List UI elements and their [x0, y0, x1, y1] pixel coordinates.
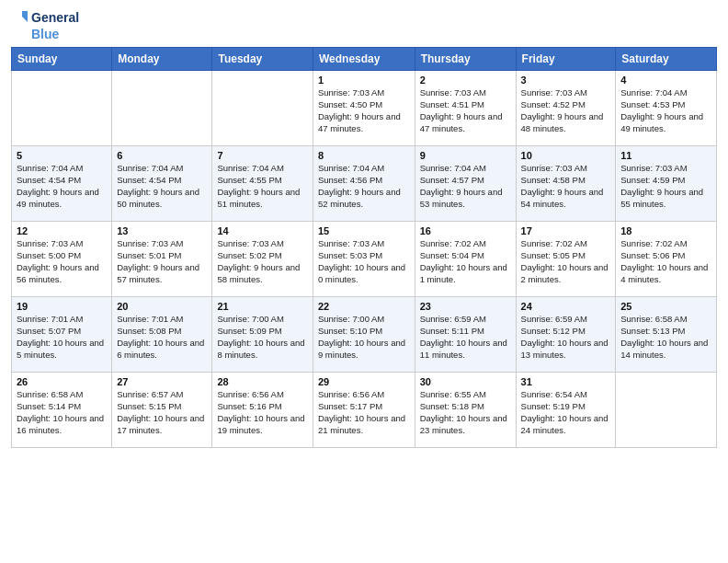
calendar-cell: 5Sunrise: 7:04 AM Sunset: 4:54 PM Daylig… — [12, 146, 112, 222]
day-number: 18 — [620, 225, 711, 236]
calendar-cell: 1Sunrise: 7:03 AM Sunset: 4:50 PM Daylig… — [313, 71, 415, 146]
day-number: 22 — [318, 301, 410, 312]
day-info: Sunrise: 7:03 AM Sunset: 4:51 PM Dayligh… — [420, 87, 511, 134]
calendar-cell: 4Sunrise: 7:04 AM Sunset: 4:53 PM Daylig… — [616, 71, 717, 146]
calendar-cell: 6Sunrise: 7:04 AM Sunset: 4:54 PM Daylig… — [112, 146, 212, 222]
day-info: Sunrise: 7:03 AM Sunset: 5:01 PM Dayligh… — [117, 238, 207, 285]
logo-general: General — [31, 11, 79, 25]
day-number: 5 — [17, 150, 107, 161]
logo-blue: Blue — [31, 28, 59, 41]
calendar-cell: 19Sunrise: 7:01 AM Sunset: 5:07 PM Dayli… — [12, 297, 112, 373]
calendar-cell: 7Sunrise: 7:04 AM Sunset: 4:55 PM Daylig… — [212, 146, 313, 222]
calendar-cell — [212, 71, 313, 146]
calendar-week-row: 5Sunrise: 7:04 AM Sunset: 4:54 PM Daylig… — [12, 146, 717, 222]
calendar-cell: 13Sunrise: 7:03 AM Sunset: 5:01 PM Dayli… — [112, 222, 212, 297]
day-info: Sunrise: 7:02 AM Sunset: 5:04 PM Dayligh… — [420, 238, 511, 285]
day-number: 27 — [117, 376, 207, 387]
day-info: Sunrise: 7:01 AM Sunset: 5:08 PM Dayligh… — [117, 314, 207, 361]
day-number: 31 — [521, 376, 611, 387]
day-number: 16 — [420, 225, 511, 236]
calendar-header-friday: Friday — [516, 48, 616, 71]
calendar-header-thursday: Thursday — [415, 48, 516, 71]
day-info: Sunrise: 6:59 AM Sunset: 5:11 PM Dayligh… — [420, 314, 511, 361]
day-number: 14 — [217, 225, 307, 236]
calendar-cell: 15Sunrise: 7:03 AM Sunset: 5:03 PM Dayli… — [313, 222, 415, 297]
calendar-header-sunday: Sunday — [12, 48, 112, 71]
day-number: 21 — [217, 301, 307, 312]
logo-text-block: General Blue — [11, 9, 79, 41]
day-number: 17 — [521, 225, 611, 236]
day-number: 20 — [117, 301, 207, 312]
day-info: Sunrise: 6:56 AM Sunset: 5:17 PM Dayligh… — [318, 389, 410, 436]
day-number: 1 — [318, 75, 410, 86]
calendar-cell: 26Sunrise: 6:58 AM Sunset: 5:14 PM Dayli… — [12, 373, 112, 448]
day-info: Sunrise: 7:03 AM Sunset: 4:50 PM Dayligh… — [318, 87, 410, 134]
calendar-cell: 29Sunrise: 6:56 AM Sunset: 5:17 PM Dayli… — [313, 373, 415, 448]
calendar-cell: 8Sunrise: 7:04 AM Sunset: 4:56 PM Daylig… — [313, 146, 415, 222]
day-number: 9 — [420, 150, 511, 161]
day-number: 15 — [318, 225, 410, 236]
calendar-cell: 9Sunrise: 7:04 AM Sunset: 4:57 PM Daylig… — [415, 146, 516, 222]
calendar-cell: 12Sunrise: 7:03 AM Sunset: 5:00 PM Dayli… — [12, 222, 112, 297]
day-info: Sunrise: 6:57 AM Sunset: 5:15 PM Dayligh… — [117, 389, 207, 436]
day-info: Sunrise: 7:04 AM Sunset: 4:57 PM Dayligh… — [420, 163, 511, 210]
day-info: Sunrise: 7:04 AM Sunset: 4:55 PM Dayligh… — [217, 163, 307, 210]
calendar-header-monday: Monday — [112, 48, 212, 71]
calendar-cell: 3Sunrise: 7:03 AM Sunset: 4:52 PM Daylig… — [516, 71, 616, 146]
calendar-cell: 27Sunrise: 6:57 AM Sunset: 5:15 PM Dayli… — [112, 373, 212, 448]
day-info: Sunrise: 7:03 AM Sunset: 5:03 PM Dayligh… — [318, 238, 410, 285]
day-info: Sunrise: 7:01 AM Sunset: 5:07 PM Dayligh… — [17, 314, 107, 361]
day-number: 6 — [117, 150, 207, 161]
calendar-cell: 31Sunrise: 6:54 AM Sunset: 5:19 PM Dayli… — [516, 373, 616, 448]
day-number: 24 — [521, 301, 611, 312]
logo: General Blue — [11, 9, 79, 41]
day-number: 11 — [620, 150, 711, 161]
calendar-cell: 22Sunrise: 7:00 AM Sunset: 5:10 PM Dayli… — [313, 297, 415, 373]
calendar-cell — [112, 71, 212, 146]
calendar-week-row: 19Sunrise: 7:01 AM Sunset: 5:07 PM Dayli… — [12, 297, 717, 373]
day-number: 25 — [620, 301, 711, 312]
logo-svg — [11, 9, 29, 28]
calendar-cell: 21Sunrise: 7:00 AM Sunset: 5:09 PM Dayli… — [212, 297, 313, 373]
calendar-header-row: SundayMondayTuesdayWednesdayThursdayFrid… — [12, 48, 717, 71]
day-number: 29 — [318, 376, 410, 387]
calendar-table: SundayMondayTuesdayWednesdayThursdayFrid… — [11, 47, 717, 448]
day-info: Sunrise: 6:56 AM Sunset: 5:16 PM Dayligh… — [217, 389, 307, 436]
day-info: Sunrise: 6:58 AM Sunset: 5:14 PM Dayligh… — [17, 389, 107, 436]
calendar-cell: 10Sunrise: 7:03 AM Sunset: 4:58 PM Dayli… — [516, 146, 616, 222]
day-info: Sunrise: 7:03 AM Sunset: 5:02 PM Dayligh… — [217, 238, 307, 285]
day-info: Sunrise: 7:04 AM Sunset: 4:54 PM Dayligh… — [17, 163, 107, 210]
day-info: Sunrise: 7:02 AM Sunset: 5:05 PM Dayligh… — [521, 238, 611, 285]
day-number: 19 — [17, 301, 107, 312]
calendar-cell — [616, 373, 717, 448]
calendar-header-tuesday: Tuesday — [212, 48, 313, 71]
calendar-cell: 24Sunrise: 6:59 AM Sunset: 5:12 PM Dayli… — [516, 297, 616, 373]
day-info: Sunrise: 6:58 AM Sunset: 5:13 PM Dayligh… — [620, 314, 711, 361]
day-number: 13 — [117, 225, 207, 236]
day-info: Sunrise: 6:59 AM Sunset: 5:12 PM Dayligh… — [521, 314, 611, 361]
calendar-cell: 17Sunrise: 7:02 AM Sunset: 5:05 PM Dayli… — [516, 222, 616, 297]
day-info: Sunrise: 6:55 AM Sunset: 5:18 PM Dayligh… — [420, 389, 511, 436]
day-info: Sunrise: 7:04 AM Sunset: 4:53 PM Dayligh… — [620, 87, 711, 134]
calendar-header-saturday: Saturday — [616, 48, 717, 71]
calendar-cell: 18Sunrise: 7:02 AM Sunset: 5:06 PM Dayli… — [616, 222, 717, 297]
svg-marker-0 — [22, 11, 28, 22]
calendar-cell: 23Sunrise: 6:59 AM Sunset: 5:11 PM Dayli… — [415, 297, 516, 373]
day-number: 28 — [217, 376, 307, 387]
day-info: Sunrise: 7:00 AM Sunset: 5:09 PM Dayligh… — [217, 314, 307, 361]
day-info: Sunrise: 7:03 AM Sunset: 5:00 PM Dayligh… — [17, 238, 107, 285]
day-number: 10 — [521, 150, 611, 161]
day-number: 23 — [420, 301, 511, 312]
calendar-cell: 28Sunrise: 6:56 AM Sunset: 5:16 PM Dayli… — [212, 373, 313, 448]
calendar-week-row: 1Sunrise: 7:03 AM Sunset: 4:50 PM Daylig… — [12, 71, 717, 146]
day-info: Sunrise: 7:04 AM Sunset: 4:56 PM Dayligh… — [318, 163, 410, 210]
day-number: 7 — [217, 150, 307, 161]
day-number: 4 — [620, 75, 711, 86]
day-info: Sunrise: 7:00 AM Sunset: 5:10 PM Dayligh… — [318, 314, 410, 361]
day-number: 12 — [17, 225, 107, 236]
calendar-cell: 20Sunrise: 7:01 AM Sunset: 5:08 PM Dayli… — [112, 297, 212, 373]
calendar-week-row: 12Sunrise: 7:03 AM Sunset: 5:00 PM Dayli… — [12, 222, 717, 297]
day-number: 26 — [17, 376, 107, 387]
day-number: 3 — [521, 75, 611, 86]
calendar-cell: 11Sunrise: 7:03 AM Sunset: 4:59 PM Dayli… — [616, 146, 717, 222]
